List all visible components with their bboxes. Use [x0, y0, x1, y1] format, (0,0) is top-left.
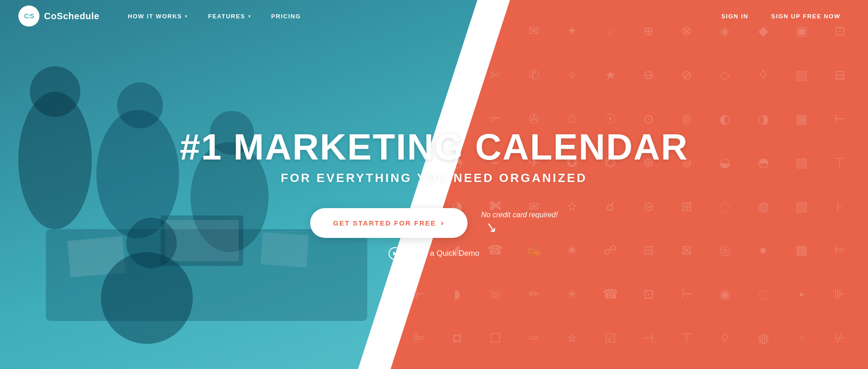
sign-in-link[interactable]: SIGN IN — [712, 13, 757, 20]
nav-how-it-works[interactable]: HOW IT WORKS ▾ — [118, 0, 198, 32]
sign-up-link[interactable]: SIGN UP FREE NOW — [762, 13, 850, 20]
nav-right: SIGN IN SIGN UP FREE NOW — [712, 13, 850, 20]
nav-pricing[interactable]: PRICING — [261, 0, 311, 32]
svg-point-4 — [117, 83, 163, 128]
logo-text: CoSchedule — [44, 11, 100, 22]
watch-demo-link[interactable]: ▶ Watch a Quick Demo — [180, 247, 689, 260]
hero-section: ⊞◎✂✉✦☆⊕⊗◈◆▣⊡⊞◉✄✆✧★⊖⊘◇◊▤⊟⊠○✃✇✩☉⊙⊚◐◑▦⊢⊣◔✁✈… — [0, 0, 868, 369]
no-cc-text: No credit card required! — [481, 211, 558, 219]
hero-title: #1 MARKETING CALENDAR — [180, 128, 689, 166]
hero-subtitle: FOR EVERYTHING YOU NEED ORGANIZED — [180, 171, 689, 185]
arrow-icon: › — [441, 218, 445, 228]
play-icon: ▶ — [389, 247, 401, 260]
svg-point-2 — [30, 66, 80, 117]
logo-icon: C:S — [18, 6, 39, 27]
logo[interactable]: C:S CoSchedule — [18, 6, 100, 27]
cta-area: GET STARTED FOR FREE › No credit card re… — [180, 208, 689, 238]
get-started-button[interactable]: GET STARTED FOR FREE › — [310, 208, 467, 238]
chevron-down-icon: ▾ — [185, 14, 188, 19]
nav-features[interactable]: FEATURES ▾ — [198, 0, 261, 32]
curved-arrow-icon: ↙ — [484, 218, 499, 236]
chevron-down-icon: ▾ — [248, 14, 251, 19]
hero-content: #1 MARKETING CALENDAR FOR EVERYTHING YOU… — [161, 128, 707, 260]
navigation: C:S CoSchedule HOW IT WORKS ▾ FEATURES ▾… — [0, 0, 868, 32]
no-cc-area: No credit card required! ↙ — [481, 211, 558, 235]
nav-links: HOW IT WORKS ▾ FEATURES ▾ PRICING — [118, 0, 712, 32]
